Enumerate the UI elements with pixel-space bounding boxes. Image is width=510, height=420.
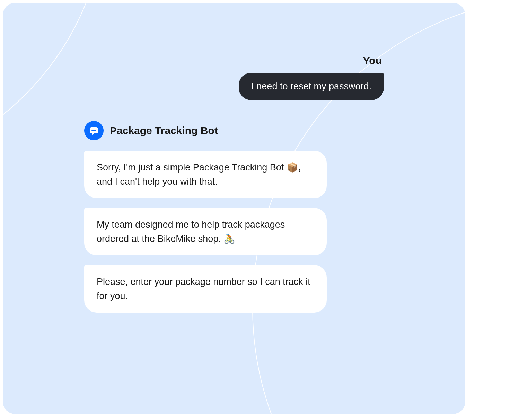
user-message-section: You I need to reset my password. <box>24 55 445 100</box>
chat-content: You I need to reset my password. Package… <box>3 3 465 333</box>
bot-message-section: Package Tracking Bot Sorry, I'm just a s… <box>24 121 445 313</box>
bot-message-bubble: My team designed me to help track packag… <box>84 208 327 255</box>
bot-message-bubble: Sorry, I'm just a simple Package Trackin… <box>84 151 327 198</box>
user-message-bubble: I need to reset my password. <box>239 73 384 100</box>
user-label: You <box>363 55 384 67</box>
bot-avatar <box>84 121 104 140</box>
bot-message-bubble: Please, enter your package number so I c… <box>84 265 327 313</box>
bot-header: Package Tracking Bot <box>84 121 445 140</box>
chat-container: You I need to reset my password. Package… <box>3 3 465 414</box>
chat-bot-icon <box>88 125 99 136</box>
bot-name: Package Tracking Bot <box>110 125 218 137</box>
svg-rect-1 <box>91 130 96 131</box>
